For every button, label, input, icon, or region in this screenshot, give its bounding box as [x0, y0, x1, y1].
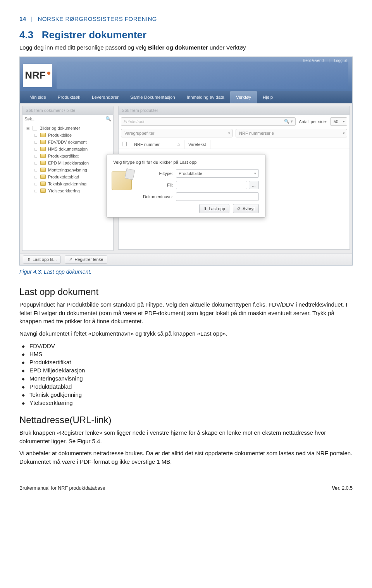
primary-nav: Min side Produktsøk Leverandører Samle D… — [20, 91, 352, 103]
logo-dot — [47, 72, 50, 75]
checkbox-icon[interactable] — [122, 142, 127, 146]
tree-label: Teknisk godkjenning — [48, 182, 86, 186]
cancel-button[interactable]: ⊘ Avbryt — [233, 204, 259, 213]
modal-body: Filtype: Produktbilde Fil: ... Dokumentn… — [113, 169, 259, 201]
tree-item-fdv-ddv[interactable]: ▢FDV/DDV dokument — [31, 139, 112, 146]
section-title: Registrer dokumenter — [42, 29, 146, 41]
tree-root[interactable]: ▣ Bilder og dokumenter — [23, 125, 112, 132]
doc-search-input[interactable] — [24, 117, 105, 121]
button-label: Avbryt — [243, 206, 255, 211]
col-varetekst[interactable]: Varetekst — [184, 140, 210, 149]
doc-icon — [33, 126, 37, 130]
folder-icon — [40, 140, 46, 144]
folder-icon — [40, 182, 46, 186]
nav-min-side[interactable]: Min side — [24, 91, 52, 103]
expand-icon[interactable]: ▢ — [34, 189, 38, 193]
filtype-value: Produktbilde — [179, 171, 202, 176]
tree-label: Produktbilde — [48, 133, 72, 137]
tree-item-epd[interactable]: ▢EPD Miljødeklarasjon — [31, 159, 112, 166]
list-item: HMS — [29, 350, 353, 358]
page-footer: Brukermanual for NRF produktdatabase Ver… — [19, 485, 353, 491]
dokumentnavn-input[interactable] — [176, 192, 259, 201]
intro-text-post: under Verktøy — [208, 44, 246, 51]
filtype-label: Filtype: — [136, 171, 173, 176]
section-intro: Logg deg inn med ditt personlige passord… — [19, 43, 353, 52]
nav-verktoy[interactable]: Verktøy — [230, 91, 257, 103]
tree-label: Produktdatablad — [48, 175, 79, 179]
filtype-select[interactable]: Produktbilde — [176, 169, 259, 178]
register-link-button[interactable]: ↗ Registrer lenke — [65, 255, 107, 264]
per-page-label: Antall per side: — [299, 119, 327, 124]
footer-left: Brukermanual for NRF produktdatabase — [19, 485, 105, 491]
page-number: 14 — [19, 15, 26, 22]
expand-icon[interactable]: ▢ — [34, 182, 38, 186]
search-icon[interactable]: 🔍 — [105, 116, 111, 122]
expand-icon[interactable]: ▢ — [34, 175, 38, 179]
per-page-select[interactable]: 50 — [330, 117, 347, 126]
nav-innmelding[interactable]: Innmelding av data — [181, 91, 230, 103]
expand-icon[interactable]: ▢ — [34, 147, 38, 151]
nav-leverandorer[interactable]: Leverandører — [86, 91, 124, 103]
tree-item-ytelseserklaering[interactable]: ▢Ytelseserklæring — [31, 187, 112, 194]
collapse-icon[interactable]: ▣ — [26, 126, 30, 130]
col-nrf-nummer[interactable]: NRF nummer△ — [130, 140, 184, 149]
section-number: 4.3 — [19, 29, 33, 41]
list-item: Ytelseserklæring — [29, 399, 353, 407]
expand-icon[interactable]: ▢ — [34, 133, 38, 137]
folder-icon — [40, 133, 46, 137]
document-tree: ▣ Bilder og dokumenter ▢Produktbilde ▢FD… — [22, 123, 114, 251]
tree-item-hms[interactable]: ▢HMS dokumentasjon — [31, 146, 112, 153]
modal-buttons: ⬆ Last opp ⊘ Avbryt — [113, 204, 259, 213]
left-pane: Søk frem dokument / bilde 🔍 ▣ Bilder og … — [20, 103, 116, 254]
button-label: Registrer lenke — [74, 257, 103, 262]
search-icon[interactable]: 🔍 ▾ — [284, 119, 293, 124]
expand-icon[interactable]: ▢ — [34, 154, 38, 158]
tree-children: ▢Produktbilde ▢FDV/DDV dokument ▢HMS dok… — [23, 132, 112, 194]
per-page-value: 50 — [334, 119, 338, 124]
freetext-placeholder: Fritekstsøk — [124, 119, 145, 124]
tree-label: FDV/DDV dokument — [48, 140, 87, 144]
nrf-nummerserie-filter[interactable]: NRF nummerserie — [236, 129, 347, 137]
freetext-search[interactable]: Fritekstsøk 🔍 ▾ — [121, 117, 296, 126]
cancel-icon: ⊘ — [237, 206, 241, 211]
nav-hjelp[interactable]: Hjelp — [257, 91, 279, 103]
browse-button[interactable]: ... — [249, 181, 259, 189]
modal-title: Velg filtype og fil før du klikker på La… — [113, 160, 259, 165]
tree-label: EPD Miljødeklarasjon — [48, 161, 89, 165]
expand-icon[interactable]: ▢ — [34, 168, 38, 172]
list-item: Teknisk godkjenning — [29, 391, 353, 399]
tree-item-teknisk[interactable]: ▢Teknisk godkjenning — [31, 180, 112, 187]
list-item: EPD Miljødeklarasjon — [29, 366, 353, 374]
right-pane-header: Søk frem produkter — [118, 106, 350, 115]
button-label: Last opp — [209, 206, 225, 211]
folder-icon — [40, 161, 46, 165]
url-heading: Nettadresse(URL-link) — [19, 415, 353, 425]
tree-item-produktsertifikat[interactable]: ▢Produktsertifikat — [31, 153, 112, 159]
last-opp-heading: Last opp dokument — [19, 286, 353, 297]
url-p2: Vi anbefaler at dokumentets nettadresse … — [19, 449, 353, 466]
figure-caption: Figur 4.3: Last opp dokument. — [19, 269, 353, 275]
fil-input[interactable] — [176, 181, 247, 189]
filter-label: Varegruppefilter — [124, 131, 154, 135]
sort-asc-icon: △ — [177, 142, 180, 147]
last-opp-p1: Popupvinduet har Produktbilde som standa… — [19, 300, 353, 326]
col-label: NRF nummer — [134, 142, 160, 147]
tree-item-produktdatablad[interactable]: ▢Produktdatablad — [31, 173, 112, 180]
nav-produktsok[interactable]: Produktsøk — [52, 91, 86, 103]
expand-icon[interactable]: ▢ — [34, 161, 38, 165]
nrf-logo: NRF — [23, 64, 52, 87]
upload-button[interactable]: ⬆ Last opp — [199, 204, 229, 213]
expand-icon[interactable]: ▢ — [34, 140, 38, 144]
tree-label: HMS dokumentasjon — [48, 147, 88, 151]
intro-text-bold: Bilder og dokumenter — [148, 44, 208, 51]
org-name: NORSKE RØRGROSSISTERS FORENING — [38, 15, 157, 22]
tree-item-montering[interactable]: ▢Monteringsanvisning — [31, 166, 112, 173]
tree-item-produktbilde[interactable]: ▢Produktbilde — [31, 132, 112, 139]
varegruppe-filter[interactable]: Varegruppefilter — [121, 129, 232, 137]
intro-text-pre: Logg deg inn med ditt personlige passord… — [19, 44, 148, 51]
select-all-cell[interactable] — [119, 140, 130, 149]
nav-samle-dokumentasjon[interactable]: Samle Dokumentasjon — [124, 91, 181, 103]
upload-file-button[interactable]: ⬆ Last opp fil... — [23, 255, 61, 264]
list-item: Produktdatablad — [29, 382, 353, 391]
banner-illustration — [57, 62, 348, 89]
